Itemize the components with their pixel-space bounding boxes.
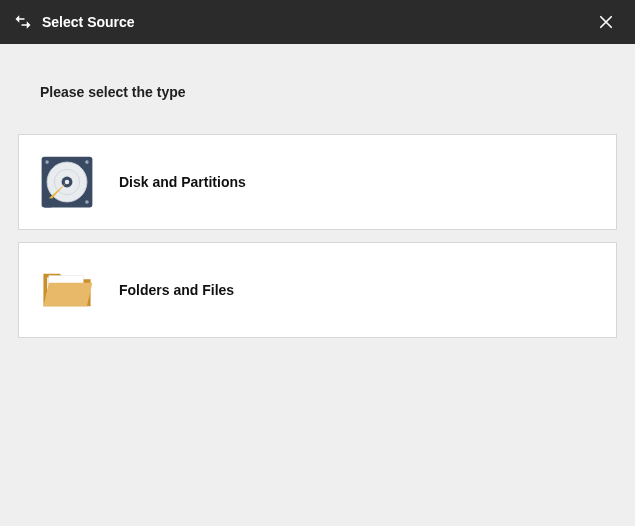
option-folders-files[interactable]: Folders and Files (18, 242, 617, 338)
select-source-window: Select Source Please select the type (0, 0, 635, 526)
app-icon (14, 13, 32, 31)
options-list: Disk and Partitions Folders and Files (0, 124, 635, 360)
window-title: Select Source (42, 14, 591, 30)
close-icon (597, 13, 615, 31)
close-button[interactable] (591, 7, 621, 37)
disk-icon (37, 152, 97, 212)
option-label: Folders and Files (119, 282, 234, 298)
svg-point-1 (45, 160, 49, 164)
content-area: Please select the type (0, 44, 635, 526)
folder-icon (37, 260, 97, 320)
option-label: Disk and Partitions (119, 174, 246, 190)
titlebar: Select Source (0, 0, 635, 44)
svg-rect-10 (43, 198, 52, 207)
prompt-text: Please select the type (0, 44, 635, 124)
svg-point-2 (85, 160, 89, 164)
option-disk-partitions[interactable]: Disk and Partitions (18, 134, 617, 230)
svg-point-4 (85, 200, 89, 204)
